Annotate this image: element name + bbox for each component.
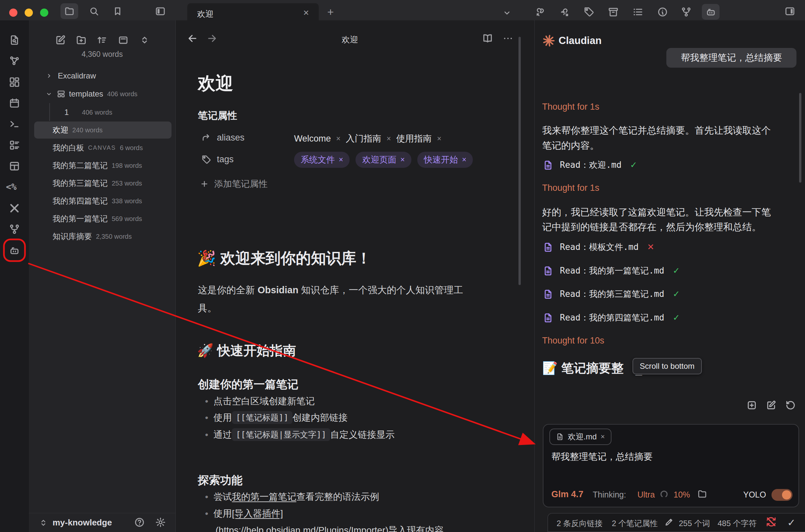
remove-tag-icon[interactable]: × xyxy=(339,155,343,164)
terminal-icon[interactable] xyxy=(9,118,20,130)
traffic-light-minimize[interactable] xyxy=(25,8,33,17)
folder-icon[interactable] xyxy=(64,6,75,16)
git-fork-icon[interactable] xyxy=(681,6,692,17)
new-folder-icon[interactable] xyxy=(76,35,87,46)
nav-forward-icon[interactable] xyxy=(206,33,218,44)
claudian-bot-ribbon-icon[interactable] xyxy=(9,245,20,256)
file-row-note3[interactable]: 我的第三篇笔记 253 words xyxy=(34,175,171,192)
card-view-icon[interactable] xyxy=(118,35,129,46)
git-fork-ribbon-icon[interactable] xyxy=(9,224,20,235)
bot-icon[interactable] xyxy=(706,6,716,17)
tag-pill[interactable]: 快速开始× xyxy=(417,152,473,168)
compose-icon[interactable] xyxy=(766,400,776,411)
sync-disabled-icon[interactable] xyxy=(766,516,777,527)
tag-pill[interactable]: 系统文件× xyxy=(294,152,350,168)
new-chat-plus-icon[interactable] xyxy=(747,400,757,411)
outgoing-links-icon[interactable] xyxy=(559,6,569,17)
thought-label[interactable]: Thought for 1s xyxy=(542,102,599,112)
folder-row-excalidraw[interactable]: Excalidraw xyxy=(34,67,171,84)
tab-close-icon[interactable]: ✕ xyxy=(303,8,309,17)
context-file-chip[interactable]: 欢迎.md × xyxy=(549,429,612,445)
tool-read-row[interactable]: Read：我的第四篇笔记.md ✓ xyxy=(543,312,680,323)
tags-label[interactable]: tags xyxy=(217,154,233,165)
backlinks-icon[interactable] xyxy=(535,6,546,17)
settings-gear-icon[interactable] xyxy=(155,517,166,528)
thought-label[interactable]: Thought for 1s xyxy=(542,183,599,193)
outline-list-icon[interactable] xyxy=(633,6,643,17)
external-link[interactable]: [导入器插件] xyxy=(232,507,283,520)
layout-list-icon[interactable] xyxy=(9,139,20,151)
info-icon[interactable] xyxy=(657,6,668,17)
editor-scrollbar[interactable] xyxy=(519,37,521,285)
internal-link[interactable]: 我的第一篇笔记 xyxy=(232,491,296,503)
layout-panel-icon[interactable] xyxy=(9,160,20,172)
templater-icon[interactable]: <% xyxy=(6,182,17,192)
alias-value[interactable]: 使用指南 xyxy=(396,133,432,145)
aliases-label[interactable]: aliases xyxy=(217,133,244,143)
tool-read-row[interactable]: Read：模板文件.md ✕ xyxy=(543,241,654,253)
file-row-note4[interactable]: 我的第四篇笔记 338 words xyxy=(34,192,171,210)
calendar-icon[interactable] xyxy=(9,97,20,109)
more-options-icon[interactable] xyxy=(502,33,513,45)
add-property-button[interactable]: 添加笔记属性 xyxy=(200,178,267,190)
file-row-note1[interactable]: 我的第一篇笔记 569 words xyxy=(34,210,171,227)
dashboard-blocks-icon[interactable] xyxy=(9,77,20,88)
new-tab-button[interactable]: + xyxy=(327,5,334,18)
document-icon xyxy=(556,433,564,441)
saved-check-icon[interactable]: ✓ xyxy=(787,517,795,528)
folder-row-templates[interactable]: templates 406 words xyxy=(34,86,171,102)
bookmark-icon[interactable] xyxy=(112,6,123,16)
external-link-url[interactable]: (https://help.obsidian.md/Plugins/Import… xyxy=(216,525,388,532)
alias-value[interactable]: 入门指南 xyxy=(346,133,381,145)
tags-panel-icon[interactable] xyxy=(583,6,594,17)
remove-tag-icon[interactable]: × xyxy=(400,155,405,164)
help-icon[interactable] xyxy=(134,517,145,528)
edit-mode-pencil-icon[interactable] xyxy=(664,517,674,527)
history-icon[interactable] xyxy=(785,400,796,411)
tool-read-row[interactable]: Read：我的第一篇笔记.md ✓ xyxy=(543,265,680,277)
panel-scrollbar[interactable] xyxy=(799,93,801,183)
file-row-1[interactable]: 1 406 words xyxy=(34,104,171,121)
scroll-to-bottom-button[interactable]: Scroll to bottom xyxy=(633,358,702,374)
note-properties-count[interactable]: 2 个笔记属性 xyxy=(612,518,658,529)
remove-alias-icon[interactable]: × xyxy=(387,134,391,143)
nav-back-icon[interactable] xyxy=(187,33,198,44)
excalidraw-tools-icon[interactable] xyxy=(9,203,20,214)
traffic-light-zoom[interactable] xyxy=(40,8,48,17)
archive-icon[interactable] xyxy=(608,6,619,17)
collapse-all-icon[interactable] xyxy=(139,35,150,46)
file-row-summary[interactable]: 知识库摘要 2,350 words xyxy=(34,228,171,245)
remove-tag-icon[interactable]: × xyxy=(462,155,466,164)
remove-alias-icon[interactable]: × xyxy=(437,134,441,143)
search-icon[interactable] xyxy=(89,6,99,16)
backlinks-count[interactable]: 2 条反向链接 xyxy=(557,518,603,529)
alias-value[interactable]: Welcome xyxy=(294,134,331,144)
workspace-folder-icon[interactable] xyxy=(697,489,707,499)
file-row-whiteboard[interactable]: 我的白板 CANVAS 6 words xyxy=(34,139,171,156)
bullet-item: • 通过 [[笔记标题|显示文字]] 自定义链接显示 xyxy=(205,428,395,441)
tag-pill[interactable]: 欢迎页面× xyxy=(356,152,411,168)
model-selector[interactable]: Glm 4.7 xyxy=(551,489,583,499)
chip-close-icon[interactable]: × xyxy=(601,433,605,441)
file-row-note2[interactable]: 我的第二篇笔记 198 words xyxy=(34,157,171,174)
file-row-welcome[interactable]: 欢迎 240 words xyxy=(34,121,171,138)
sort-order-icon[interactable] xyxy=(96,35,108,46)
tool-read-row[interactable]: Read：欢迎.md ✓ xyxy=(543,159,637,171)
graph-view-icon[interactable] xyxy=(9,55,20,66)
new-note-icon[interactable] xyxy=(55,35,66,46)
tool-read-row[interactable]: Read：我的第三篇笔记.md ✓ xyxy=(543,288,680,300)
vault-switcher[interactable]: my-knowledge xyxy=(39,517,112,528)
panel-right-toggle-icon[interactable] xyxy=(785,6,795,16)
yolo-toggle[interactable] xyxy=(771,489,792,501)
file-search-icon[interactable] xyxy=(9,35,20,46)
context-percentage[interactable]: 10% xyxy=(674,490,690,499)
reading-mode-icon[interactable] xyxy=(482,33,493,44)
remove-alias-icon[interactable]: × xyxy=(336,134,340,143)
thinking-label: Thinking: xyxy=(593,490,626,499)
thinking-level-selector[interactable]: Ultra xyxy=(637,490,655,499)
traffic-light-close[interactable] xyxy=(9,8,17,17)
panel-left-toggle-icon[interactable] xyxy=(155,6,166,16)
chat-input-text[interactable]: 帮我整理笔记，总结摘要 xyxy=(551,451,653,463)
thought-label[interactable]: Thought for 10s xyxy=(542,336,604,346)
tab-list-chevron-icon[interactable] xyxy=(502,8,512,18)
